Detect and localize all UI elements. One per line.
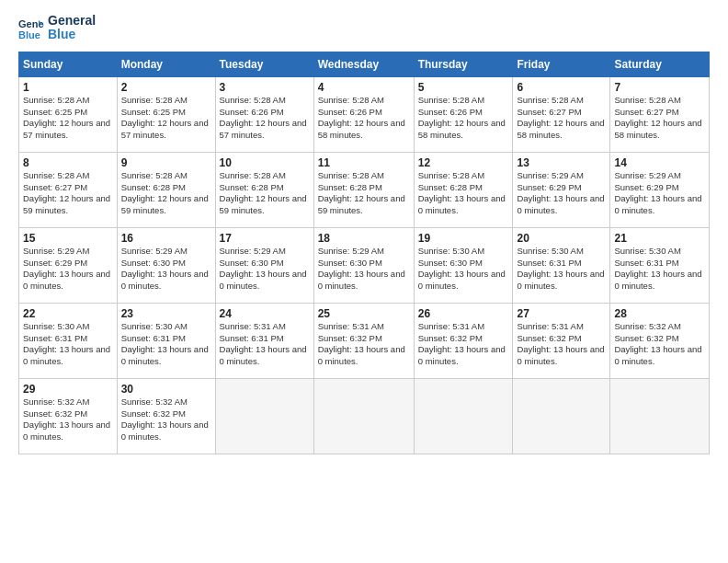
cell-content: Sunrise: 5:28 AMSunset: 6:26 PMDaylight:… [220, 95, 310, 142]
day-number: 16 [121, 232, 211, 245]
table-row: 10Sunrise: 5:28 AMSunset: 6:28 PMDayligh… [215, 152, 313, 227]
table-row: 17Sunrise: 5:29 AMSunset: 6:30 PMDayligh… [215, 227, 313, 303]
calendar: Sunday Monday Tuesday Wednesday Thursday… [18, 52, 710, 454]
table-row: 15Sunrise: 5:29 AMSunset: 6:29 PMDayligh… [19, 227, 118, 303]
cell-content: Sunrise: 5:28 AMSunset: 6:28 PMDaylight:… [318, 170, 410, 217]
table-row [215, 378, 313, 454]
day-number: 30 [121, 383, 211, 396]
table-row: 24Sunrise: 5:31 AMSunset: 6:31 PMDayligh… [215, 303, 313, 378]
cell-content: Sunrise: 5:32 AMSunset: 6:32 PMDaylight:… [121, 396, 211, 443]
cell-content: Sunrise: 5:31 AMSunset: 6:32 PMDaylight:… [418, 321, 509, 368]
day-number: 5 [418, 81, 509, 94]
day-number: 29 [23, 383, 113, 396]
table-row: 14Sunrise: 5:29 AMSunset: 6:29 PMDayligh… [610, 152, 710, 227]
table-row: 4Sunrise: 5:28 AMSunset: 6:26 PMDaylight… [313, 76, 414, 152]
table-row: 22Sunrise: 5:30 AMSunset: 6:31 PMDayligh… [19, 303, 118, 378]
day-number: 11 [318, 156, 410, 169]
calendar-week-1: 1Sunrise: 5:28 AMSunset: 6:25 PMDaylight… [19, 76, 710, 152]
day-number: 22 [23, 307, 113, 320]
cell-content: Sunrise: 5:29 AMSunset: 6:30 PMDaylight:… [121, 246, 211, 293]
calendar-week-2: 8Sunrise: 5:28 AMSunset: 6:27 PMDaylight… [19, 152, 710, 227]
cell-content: Sunrise: 5:32 AMSunset: 6:32 PMDaylight:… [614, 321, 705, 368]
cell-content: Sunrise: 5:29 AMSunset: 6:29 PMDaylight:… [517, 170, 606, 217]
logo-line1: General [48, 14, 96, 28]
table-row: 28Sunrise: 5:32 AMSunset: 6:32 PMDayligh… [610, 303, 710, 378]
cell-content: Sunrise: 5:28 AMSunset: 6:28 PMDaylight:… [418, 170, 509, 217]
cell-content: Sunrise: 5:28 AMSunset: 6:25 PMDaylight:… [23, 95, 113, 142]
table-row: 19Sunrise: 5:30 AMSunset: 6:30 PMDayligh… [414, 227, 513, 303]
day-number: 6 [517, 81, 606, 94]
day-number: 19 [418, 232, 509, 245]
calendar-week-3: 15Sunrise: 5:29 AMSunset: 6:29 PMDayligh… [19, 227, 710, 303]
day-number: 21 [614, 232, 705, 245]
col-saturday: Saturday [610, 52, 710, 76]
table-row: 6Sunrise: 5:28 AMSunset: 6:27 PMDaylight… [513, 76, 610, 152]
table-row: 12Sunrise: 5:28 AMSunset: 6:28 PMDayligh… [414, 152, 513, 227]
cell-content: Sunrise: 5:28 AMSunset: 6:26 PMDaylight:… [418, 95, 509, 142]
cell-content: Sunrise: 5:28 AMSunset: 6:27 PMDaylight:… [517, 95, 606, 142]
table-row: 8Sunrise: 5:28 AMSunset: 6:27 PMDaylight… [19, 152, 118, 227]
day-number: 24 [220, 307, 310, 320]
calendar-header: Sunday Monday Tuesday Wednesday Thursday… [19, 52, 710, 76]
cell-content: Sunrise: 5:30 AMSunset: 6:31 PMDaylight:… [614, 246, 705, 293]
col-wednesday: Wednesday [313, 52, 414, 76]
day-number: 28 [614, 307, 705, 320]
day-number: 27 [517, 307, 606, 320]
table-row: 30Sunrise: 5:32 AMSunset: 6:32 PMDayligh… [117, 378, 215, 454]
table-row [313, 378, 414, 454]
table-row: 23Sunrise: 5:30 AMSunset: 6:31 PMDayligh… [117, 303, 215, 378]
cell-content: Sunrise: 5:28 AMSunset: 6:26 PMDaylight:… [318, 95, 410, 142]
page: General Blue General Blue Sunday Monday … [0, 0, 728, 563]
table-row [610, 378, 710, 454]
table-row: 1Sunrise: 5:28 AMSunset: 6:25 PMDaylight… [19, 76, 118, 152]
day-number: 17 [220, 232, 310, 245]
cell-content: Sunrise: 5:29 AMSunset: 6:30 PMDaylight:… [220, 246, 310, 293]
col-thursday: Thursday [414, 52, 513, 76]
table-row: 7Sunrise: 5:28 AMSunset: 6:27 PMDaylight… [610, 76, 710, 152]
table-row: 25Sunrise: 5:31 AMSunset: 6:32 PMDayligh… [313, 303, 414, 378]
col-monday: Monday [117, 52, 215, 76]
table-row [414, 378, 513, 454]
table-row: 27Sunrise: 5:31 AMSunset: 6:32 PMDayligh… [513, 303, 610, 378]
day-number: 25 [318, 307, 410, 320]
table-row: 26Sunrise: 5:31 AMSunset: 6:32 PMDayligh… [414, 303, 513, 378]
table-row: 21Sunrise: 5:30 AMSunset: 6:31 PMDayligh… [610, 227, 710, 303]
table-row: 13Sunrise: 5:29 AMSunset: 6:29 PMDayligh… [513, 152, 610, 227]
day-number: 2 [121, 81, 211, 94]
calendar-week-4: 22Sunrise: 5:30 AMSunset: 6:31 PMDayligh… [19, 303, 710, 378]
day-number: 4 [318, 81, 410, 94]
cell-content: Sunrise: 5:28 AMSunset: 6:28 PMDaylight:… [220, 170, 310, 217]
day-number: 13 [517, 156, 606, 169]
table-row: 3Sunrise: 5:28 AMSunset: 6:26 PMDaylight… [215, 76, 313, 152]
cell-content: Sunrise: 5:28 AMSunset: 6:27 PMDaylight:… [23, 170, 113, 217]
day-number: 26 [418, 307, 509, 320]
table-row: 16Sunrise: 5:29 AMSunset: 6:30 PMDayligh… [117, 227, 215, 303]
cell-content: Sunrise: 5:28 AMSunset: 6:27 PMDaylight:… [614, 95, 705, 142]
cell-content: Sunrise: 5:29 AMSunset: 6:30 PMDaylight:… [318, 246, 410, 293]
table-row: 18Sunrise: 5:29 AMSunset: 6:30 PMDayligh… [313, 227, 414, 303]
cell-content: Sunrise: 5:29 AMSunset: 6:29 PMDaylight:… [23, 246, 113, 293]
day-number: 20 [517, 232, 606, 245]
table-row: 11Sunrise: 5:28 AMSunset: 6:28 PMDayligh… [313, 152, 414, 227]
calendar-body: 1Sunrise: 5:28 AMSunset: 6:25 PMDaylight… [19, 76, 710, 454]
cell-content: Sunrise: 5:30 AMSunset: 6:31 PMDaylight:… [517, 246, 606, 293]
cell-content: Sunrise: 5:28 AMSunset: 6:28 PMDaylight:… [121, 170, 211, 217]
svg-text:Blue: Blue [18, 29, 40, 40]
table-row: 20Sunrise: 5:30 AMSunset: 6:31 PMDayligh… [513, 227, 610, 303]
cell-content: Sunrise: 5:28 AMSunset: 6:25 PMDaylight:… [121, 95, 211, 142]
cell-content: Sunrise: 5:30 AMSunset: 6:31 PMDaylight:… [23, 321, 113, 368]
day-number: 7 [614, 81, 705, 94]
header: General Blue General Blue [18, 14, 710, 42]
cell-content: Sunrise: 5:31 AMSunset: 6:32 PMDaylight:… [318, 321, 410, 368]
cell-content: Sunrise: 5:31 AMSunset: 6:31 PMDaylight:… [220, 321, 310, 368]
logo-line2: Blue [48, 28, 96, 41]
cell-content: Sunrise: 5:29 AMSunset: 6:29 PMDaylight:… [614, 170, 705, 217]
logo: General Blue General Blue [18, 14, 96, 42]
day-number: 14 [614, 156, 705, 169]
day-number: 3 [220, 81, 310, 94]
cell-content: Sunrise: 5:30 AMSunset: 6:31 PMDaylight:… [121, 321, 211, 368]
day-number: 10 [220, 156, 310, 169]
day-number: 9 [121, 156, 211, 169]
col-sunday: Sunday [19, 52, 118, 76]
cell-content: Sunrise: 5:32 AMSunset: 6:32 PMDaylight:… [23, 396, 113, 443]
